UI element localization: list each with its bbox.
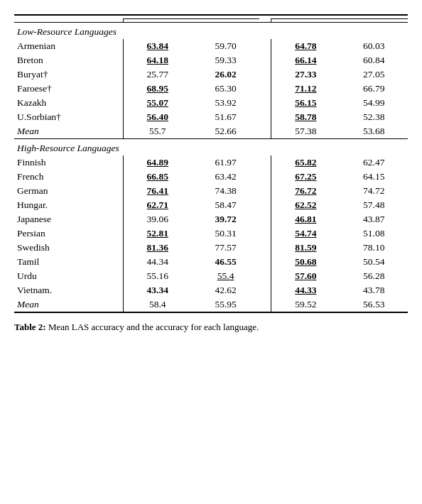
s20-mamlm-cell: 63.42 <box>192 170 260 184</box>
language-cell: Finnish <box>14 155 123 170</box>
mean-s80-maml: 59.52 <box>271 297 340 312</box>
spacer-cell <box>259 82 271 96</box>
s80-mamlm-cell: 43.78 <box>340 283 408 297</box>
spacer-cell <box>259 241 271 255</box>
table-row: Kazakh55.0753.9256.1554.99 <box>14 96 408 110</box>
s20-mamlm-cell: 46.55 <box>192 255 260 269</box>
s80-maml-cell: 58.78 <box>271 110 340 124</box>
s20-mamlm-cell: 42.62 <box>192 283 260 297</box>
language-cell: Armenian <box>14 39 123 53</box>
s20-mamlm-cell: 58.47 <box>192 198 260 212</box>
s20-maml-cell: 39.06 <box>123 212 192 226</box>
mean-s80-maml: 57.38 <box>271 124 340 139</box>
s80-mamlm-cell: 54.99 <box>340 96 408 110</box>
s80-maml-cell: 44.33 <box>271 283 340 297</box>
spacer-cell <box>259 96 271 110</box>
s80-mamlm-cell: 64.15 <box>340 170 408 184</box>
spacer-cell <box>259 184 271 198</box>
s20-mamlm-cell: 65.30 <box>192 82 260 96</box>
table-row: Vietnam.43.3442.6244.3343.78 <box>14 283 408 297</box>
s20-mamlm-cell: 39.72 <box>192 212 260 226</box>
language-cell: Kazakh <box>14 96 123 110</box>
language-cell: U.Sorbian† <box>14 110 123 124</box>
table-row: Tamil44.3446.5550.6850.54 <box>14 255 408 269</box>
spacer-cell <box>259 269 271 283</box>
s80-maml-cell: 54.74 <box>271 226 340 241</box>
s20-maml-cell: 44.34 <box>123 255 192 269</box>
s80-mamlm-cell: 60.84 <box>340 53 408 67</box>
spacer-cell <box>259 39 271 53</box>
spacer-cell <box>259 110 271 124</box>
s80-mamlm-cell: 66.79 <box>340 82 408 96</box>
language-cell: Faroese† <box>14 82 123 96</box>
s80-mamlm-cell: 43.87 <box>340 212 408 226</box>
s20-maml-cell: 55.07 <box>123 96 192 110</box>
s20-mamlm-cell: 55.4 <box>192 269 260 283</box>
s80-maml-cell: 57.60 <box>271 269 340 283</box>
language-cell: Japanese <box>14 212 123 226</box>
s80-mamlm-cell: 57.48 <box>340 198 408 212</box>
s20-mamlm-cell: 77.57 <box>192 241 260 255</box>
spacer-cell <box>259 198 271 212</box>
spacer-cell <box>259 53 271 67</box>
section-title: Low-Resource Languages <box>14 23 408 40</box>
mean-s20-maml: 58.4 <box>123 297 192 312</box>
s20-mamlm-cell: 26.02 <box>192 67 260 82</box>
s80-maml-cell: 81.59 <box>271 241 340 255</box>
s80-mamlm-cell: 62.47 <box>340 155 408 170</box>
s20-maml-cell: 56.40 <box>123 110 192 124</box>
language-header <box>14 15 123 23</box>
spacer-cell <box>259 67 271 82</box>
language-cell: German <box>14 184 123 198</box>
table-row: Buryat†25.7726.0227.3327.05 <box>14 67 408 82</box>
table-row: Faroese†68.9565.3071.1266.79 <box>14 82 408 96</box>
language-cell: Vietnam. <box>14 283 123 297</box>
s80-mamlm-cell: 27.05 <box>340 67 408 82</box>
s80-mamlm-cell: 56.28 <box>340 269 408 283</box>
mean-spacer <box>259 124 271 139</box>
s80-maml-cell: 56.15 <box>271 96 340 110</box>
table-row: Japanese39.0639.7246.8143.87 <box>14 212 408 226</box>
s20-maml-cell: 62.71 <box>123 198 192 212</box>
s80-mamlm-cell: 78.10 <box>340 241 408 255</box>
s80-maml-cell: 76.72 <box>271 184 340 198</box>
language-cell: Hungar. <box>14 198 123 212</box>
language-cell: French <box>14 170 123 184</box>
s20-mamlm-cell: 74.38 <box>192 184 260 198</box>
s20-maml-cell: 68.95 <box>123 82 192 96</box>
mean-label: Mean <box>14 297 123 312</box>
section-header-row: High-Resource Languages <box>14 139 408 156</box>
table-row: Swedish81.3677.5781.5978.10 <box>14 241 408 255</box>
mean-row: Mean55.752.6657.3853.68 <box>14 124 408 139</box>
mean-label: Mean <box>14 124 123 139</box>
s80-mamlm-cell: 51.08 <box>340 226 408 241</box>
s20-maml-cell: 66.85 <box>123 170 192 184</box>
language-cell: Urdu <box>14 269 123 283</box>
s20-maml-cell: 25.77 <box>123 67 192 82</box>
mean-s20-mamlm: 52.66 <box>192 124 260 139</box>
table-row: Armenian63.8459.7064.7860.03 <box>14 39 408 53</box>
spacer-cell <box>259 155 271 170</box>
table-row: Breton64.1859.3366.1460.84 <box>14 53 408 67</box>
s20-maml-cell: 64.18 <box>123 53 192 67</box>
language-cell: Buryat† <box>14 67 123 82</box>
table-row: French66.8563.4267.2564.15 <box>14 170 408 184</box>
s80-mamlm-cell: 52.38 <box>340 110 408 124</box>
spacer-cell <box>259 255 271 269</box>
results-table: Low-Resource LanguagesArmenian63.8459.70… <box>14 14 408 313</box>
mean-spacer <box>259 297 271 312</box>
table-row: Persian52.8150.3154.7451.08 <box>14 226 408 241</box>
section-title: High-Resource Languages <box>14 139 408 156</box>
language-cell: Breton <box>14 53 123 67</box>
s80-maml-cell: 62.52 <box>271 198 340 212</box>
mean-row: Mean58.455.9559.5256.53 <box>14 297 408 312</box>
s80-maml-cell: 46.81 <box>271 212 340 226</box>
s20-maml-cell: 76.41 <box>123 184 192 198</box>
table-caption: Table 2: Mean LAS accuracy and the accur… <box>14 322 408 333</box>
s20-maml-cell: 52.81 <box>123 226 192 241</box>
s20-maml-cell: 55.16 <box>123 269 192 283</box>
main-container: Low-Resource LanguagesArmenian63.8459.70… <box>14 14 408 333</box>
s20-maml-cell: 81.36 <box>123 241 192 255</box>
s20-mamlm-cell: 59.70 <box>192 39 260 53</box>
table-row: Finnish64.8961.9765.8262.47 <box>14 155 408 170</box>
